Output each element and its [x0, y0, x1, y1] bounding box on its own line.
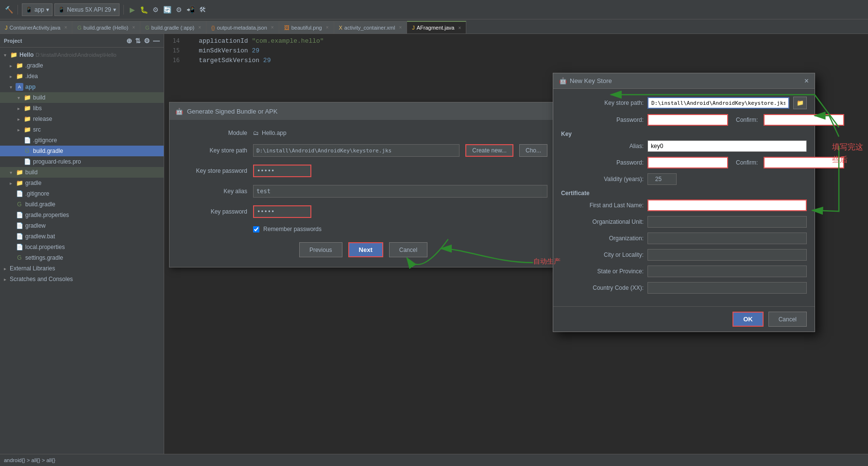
ks-password-input[interactable] — [647, 114, 728, 126]
tab-output-metadata[interactable]: {} output-metadata.json × — [206, 21, 279, 33]
file-icon-gradlew: 📄 — [16, 222, 23, 230]
key-password-label: Key password — [179, 208, 247, 215]
chevron-down-icon: ▾ — [46, 6, 49, 13]
sidebar-item-proguard[interactable]: ▸ 📄 proguard-rules.pro — [0, 156, 164, 167]
tab-close-4[interactable]: × — [326, 25, 329, 30]
debug-icon[interactable]: 🐛 — [139, 5, 149, 15]
tab-close-1[interactable]: × — [132, 25, 135, 30]
remember-passwords-checkbox[interactable] — [253, 226, 259, 233]
device-dropdown[interactable]: 📱 Nexus 5X API 29 ▾ — [54, 3, 119, 16]
sidebar-item-gradlew[interactable]: ▸ 📄 gradlew — [0, 220, 164, 231]
key-alias-input[interactable] — [253, 185, 547, 198]
sidebar-item-label-gradle-props: gradle.properties — [25, 212, 69, 218]
ks-validity-input[interactable] — [647, 173, 677, 185]
sidebar-item-label-libs: libs — [33, 105, 42, 112]
run-icon[interactable]: ▶ — [128, 5, 137, 15]
tab-close-0[interactable]: × — [64, 25, 67, 30]
ks-state-input[interactable] — [647, 266, 807, 277]
tab-close-3[interactable]: × — [271, 25, 274, 30]
key-section-label: Key — [561, 131, 807, 137]
sidebar-item-external-libraries[interactable]: ▸ External Libraries — [0, 263, 164, 274]
tab-close-5[interactable]: × — [399, 25, 402, 30]
generate-dialog-header: 🤖 Generate Signed Bundle or APK — [170, 102, 557, 120]
next-button[interactable]: Next — [348, 242, 383, 257]
sidebar-item-gradle-hidden[interactable]: ▸ 📁 .gradle — [0, 60, 164, 71]
sidebar-item-project-root[interactable]: ▾ 📁 Hello D:\install\Android\Androidwp\H… — [0, 50, 164, 60]
cancel-button-ks[interactable]: Cancel — [768, 312, 807, 327]
close-icon[interactable]: × — [804, 77, 809, 85]
tab-afragment[interactable]: J AFragment.java × — [407, 21, 466, 33]
generate-dialog-body: Module 🗂 Hello.app Key store path Create… — [170, 120, 557, 267]
previous-button[interactable]: Previous — [299, 242, 342, 257]
cancel-button-gen[interactable]: Cancel — [389, 242, 427, 257]
sidebar-item-app[interactable]: ▾ A app — [0, 82, 164, 92]
build-icon[interactable]: ⚙ — [151, 5, 161, 15]
sidebar-item-scratches[interactable]: ▸ Scratches and Consoles — [0, 274, 164, 284]
sidebar-item-src[interactable]: ▸ 📁 src — [0, 124, 164, 135]
sidebar-item-release[interactable]: ▸ 📁 release — [0, 114, 164, 124]
certificate-section-label: Certificate — [561, 190, 807, 197]
tab-build-gradle-app[interactable]: G build.gradle (:app) × — [140, 21, 206, 33]
tab-activity-container[interactable]: X activity_container.xml × — [334, 21, 408, 33]
sidebar-item-buildgradle-app[interactable]: ▸ G build.gradle — [0, 146, 164, 156]
sidebar-item-gitignore-root[interactable]: ▸ 📄 .gitignore — [0, 188, 164, 199]
tree-arrow-src: ▸ — [17, 127, 23, 133]
sidebar-item-libs[interactable]: ▸ 📁 libs — [0, 103, 164, 114]
main-layout: Project ⊕ ⇅ ⚙ — ▾ 📁 Hello D:\install\And… — [0, 34, 868, 454]
ks-org-input[interactable] — [647, 233, 807, 244]
ks-orgunit-input[interactable] — [647, 216, 807, 228]
sidebar-item-gradlew-bat[interactable]: ▸ 📄 gradlew.bat — [0, 231, 164, 242]
ks-alias-input[interactable] — [647, 140, 807, 152]
sidebar-item-label-build-root: build — [25, 169, 37, 176]
chinese-annotation-auto: 自动生产 — [533, 257, 561, 266]
tab-close-2[interactable]: × — [198, 25, 201, 30]
chevron-down-icon-2: ▾ — [113, 6, 116, 13]
sidebar-item-gitignore-app[interactable]: ▸ 📄 .gitignore — [0, 135, 164, 146]
sync-icon[interactable]: 🔄 — [163, 5, 172, 15]
choose-button[interactable]: Cho... — [519, 144, 547, 157]
sidebar-item-gradle-root[interactable]: ▸ 📁 gradle — [0, 178, 164, 188]
create-new-button[interactable]: Create new... — [465, 144, 513, 157]
keystore-path-input-gen[interactable] — [253, 144, 460, 157]
folder-icon-idea: 📁 — [16, 72, 23, 80]
ks-validity-row: Validity (years): — [561, 173, 807, 185]
sidebar-item-buildgradle-root[interactable]: ▸ G build.gradle — [0, 199, 164, 210]
sidebar-item-label-release: release — [33, 116, 52, 122]
ks-firstname-input[interactable] — [647, 200, 807, 211]
image-file-icon: 🖼 — [284, 25, 289, 31]
tab-beautiful-png[interactable]: 🖼 beautiful.png × — [279, 21, 334, 33]
sidebar-item-local-props[interactable]: ▸ 📄 local.properties — [0, 242, 164, 252]
ks-city-input[interactable] — [647, 249, 807, 261]
tab-container-activity[interactable]: J ContainerActivity.java × — [0, 21, 72, 33]
toolbar-icon-hammer[interactable]: 🔨 — [4, 5, 14, 15]
ks-orgunit-row: Organizational Unit: — [561, 216, 807, 228]
tab-build-gradle-hello[interactable]: G build.gradle (Hello) × — [72, 21, 140, 33]
sidebar-settings-icon[interactable]: ⚙ — [144, 37, 150, 45]
settings-icon[interactable]: ⚙ — [174, 5, 184, 15]
sidebar-item-settings-gradle[interactable]: ▸ G settings.gradle — [0, 252, 164, 263]
sidebar-item-gradle-props[interactable]: ▸ 📄 gradle.properties — [0, 210, 164, 220]
sidebar-collapse-icon[interactable]: ⇅ — [135, 37, 141, 45]
ks-path-input[interactable] — [647, 97, 789, 109]
sidebar-minimize-icon[interactable]: — — [153, 37, 160, 45]
avd-icon[interactable]: 📲 — [186, 5, 196, 15]
sidebar-item-build-app[interactable]: ▾ 📁 build — [0, 92, 164, 103]
keystore-password-input[interactable] — [253, 165, 311, 177]
ks-password-row: Password: Confirm: — [561, 114, 807, 126]
sidebar-item-label-proguard: proguard-rules.pro — [33, 158, 81, 165]
ks-browse-button[interactable]: 📁 — [793, 97, 807, 109]
ok-button[interactable]: OK — [732, 312, 764, 327]
key-password-input[interactable] — [253, 205, 311, 218]
ks-key-password-input[interactable] — [647, 157, 728, 168]
sidebar-item-idea[interactable]: ▸ 📁 .idea — [0, 71, 164, 82]
ks-confirm-input[interactable] — [764, 114, 844, 126]
ks-country-input[interactable] — [647, 282, 807, 294]
sidebar-add-icon[interactable]: ⊕ — [126, 37, 132, 45]
tab-close-6[interactable]: × — [458, 25, 461, 31]
status-bar: android{} > all{} > all{} — [0, 454, 868, 466]
sidebar-item-build-root[interactable]: ▾ 📁 build — [0, 167, 164, 178]
app-dropdown[interactable]: 📱 app ▾ — [22, 3, 52, 16]
top-toolbar: 🔨 📱 app ▾ 📱 Nexus 5X API 29 ▾ ▶ 🐛 ⚙ 🔄 ⚙ … — [0, 0, 868, 19]
java-file-icon: J — [5, 25, 8, 31]
sdk-icon[interactable]: 🛠 — [198, 5, 207, 15]
